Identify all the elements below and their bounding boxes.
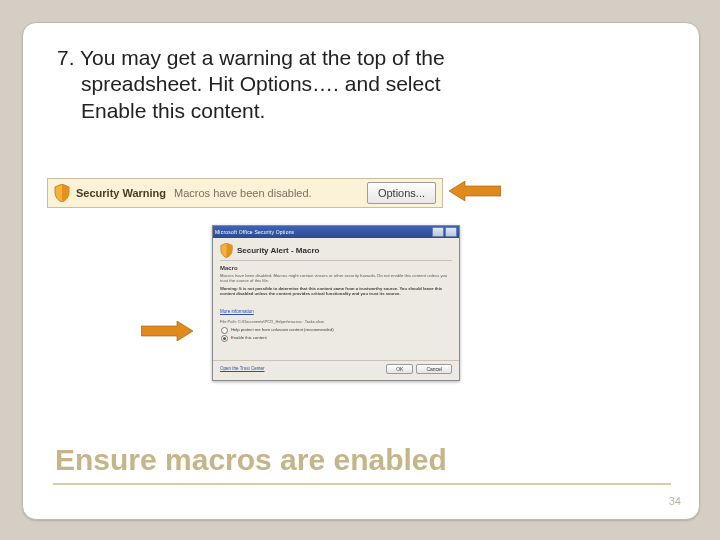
dialog-para-1: Macros have been disabled. Macros might …	[220, 273, 452, 284]
dialog-window-title: Microsoft Office Security Options	[215, 229, 294, 235]
title-underline	[53, 483, 671, 485]
file-path: File Path: C:\Documents\PCO_Helper\macro…	[220, 319, 452, 324]
instruction-text: 7. You may get a warning at the top of t…	[57, 45, 657, 124]
divider	[220, 260, 452, 261]
cancel-button[interactable]: Cancel	[416, 364, 452, 374]
dialog-body: Security Alert - Macro Macro Macros have…	[213, 238, 459, 380]
ok-button[interactable]: OK	[386, 364, 413, 374]
radio-icon	[221, 335, 228, 342]
shield-icon	[220, 243, 233, 257]
dialog-subhead: Macro	[220, 265, 452, 271]
step-number: 7.	[57, 46, 75, 69]
dialog-header: Security Alert - Macro	[220, 243, 452, 257]
security-warning-message: Macros have been disabled.	[174, 187, 312, 199]
arrow-to-enable-option	[141, 321, 193, 341]
help-icon[interactable]	[432, 227, 444, 237]
radio-icon	[221, 327, 228, 334]
window-buttons	[432, 227, 457, 237]
dialog-warning: Warning: It is not possible to determine…	[220, 286, 452, 297]
security-options-dialog: Microsoft Office Security Options Securi…	[212, 225, 460, 381]
dialog-title: Security Alert - Macro	[237, 246, 319, 255]
svg-marker-1	[141, 321, 193, 341]
security-warning-title: Security Warning	[76, 187, 166, 199]
options-button-label: Options...	[378, 187, 425, 199]
security-warning-bar: Security Warning Macros have been disabl…	[47, 178, 443, 208]
slide: 7. You may get a warning at the top of t…	[22, 22, 700, 520]
page-number: 34	[669, 495, 681, 507]
close-icon[interactable]	[445, 227, 457, 237]
svg-marker-0	[449, 181, 501, 201]
step-line-3: Enable this content.	[57, 98, 657, 124]
options-button[interactable]: Options...	[367, 182, 436, 204]
more-info-link[interactable]: More information	[220, 309, 254, 314]
step-line-2: spreadsheet. Hit Options…. and select	[57, 71, 657, 97]
radio-enable-label: Enable this content	[231, 335, 267, 340]
step-line-1: You may get a warning at the top of the	[80, 46, 445, 69]
file-path-value: C:\Documents\PCO_Helper\macros · Tasks.x…	[238, 319, 324, 324]
slide-title: Ensure macros are enabled	[55, 443, 447, 477]
radio-protect-label: Help protect me from unknown content (re…	[231, 327, 334, 332]
radio-enable[interactable]: Enable this content	[220, 335, 452, 342]
shield-icon	[54, 184, 70, 202]
dialog-footer: Open the Trust Center OK Cancel	[220, 364, 452, 376]
divider	[213, 360, 459, 361]
file-path-label: File Path:	[220, 319, 237, 324]
trust-center-link[interactable]: Open the Trust Center	[220, 366, 265, 371]
radio-protect[interactable]: Help protect me from unknown content (re…	[220, 327, 452, 334]
arrow-to-options	[449, 181, 501, 201]
dialog-titlebar: Microsoft Office Security Options	[213, 226, 459, 238]
